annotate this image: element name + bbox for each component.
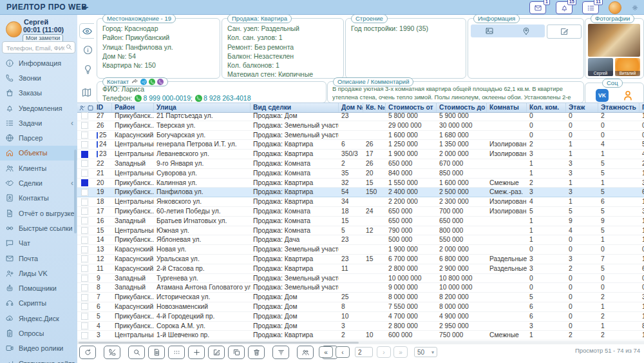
column-header[interactable]: Этаж: [566, 103, 598, 112]
table-row[interactable]: 6КарасунскийНовознаменскийПродажа: Дом87…: [77, 302, 644, 312]
notifications-button[interactable]: 15: [556, 1, 573, 14]
map-tab[interactable]: [79, 85, 93, 99]
column-header[interactable]: Стоимость от: [386, 103, 437, 112]
next-page-button[interactable]: ›: [377, 346, 391, 358]
column-header[interactable]: Дом №: [339, 103, 363, 112]
share-icon[interactable]: [131, 78, 138, 85]
row-checkbox[interactable]: [81, 265, 88, 272]
table-row[interactable]: 8ЗападныйАтамана Антона Головатого ул.Пр…: [77, 283, 644, 293]
sidebar-item-leadvk[interactable]: Лиды VK: [0, 266, 77, 280]
sidebar-item-users[interactable]: Клиенты: [0, 161, 77, 175]
row-checkbox[interactable]: [81, 275, 88, 282]
column-header[interactable]: Улица: [154, 103, 251, 112]
column-header[interactable]: Стоимость до: [437, 103, 487, 112]
prev-page-button[interactable]: ‹: [336, 346, 350, 358]
vk-icon[interactable]: VK: [596, 89, 609, 102]
column-header[interactable]: Кв. №: [363, 103, 386, 112]
phone-link[interactable]: 8 999 000-0019: [143, 94, 191, 102]
photo-main[interactable]: [588, 24, 640, 57]
sidebar-item-helpers[interactable]: Помощники: [0, 280, 77, 295]
row-checkbox[interactable]: [81, 179, 88, 186]
table-row[interactable]: 15ЦентральныйЮжная ул.Продажа: Комната51…: [77, 226, 644, 236]
sidebar-item-tasks[interactable]: Задачи‹: [0, 115, 77, 130]
sidebar-search-input[interactable]: [5, 43, 66, 53]
tasks-button[interactable]: 11: [582, 1, 599, 14]
row-checkbox[interactable]: [81, 255, 88, 262]
odnoklassniki-icon[interactable]: [621, 89, 634, 102]
add-button[interactable]: [188, 346, 205, 359]
table-row[interactable]: 22Западный9-го Января ул.Продажа: Комнат…: [77, 159, 644, 169]
eye-tab[interactable]: [79, 23, 94, 39]
row-checkbox[interactable]: [81, 237, 88, 244]
table-row[interactable]: 18ЦентральныйЯнковского ул.Продажа: Квар…: [77, 197, 644, 207]
row-checkbox[interactable]: [81, 170, 88, 177]
document-button[interactable]: [148, 346, 165, 359]
sidebar-item-deal[interactable]: Сделки‹: [0, 175, 77, 190]
sidebar-item-stats[interactable]: Статистика сайта: [0, 356, 77, 363]
copy-button[interactable]: [228, 346, 245, 359]
sidebar-item-report[interactable]: Отчёт о выгрузке: [0, 206, 77, 221]
sidebar-item-info[interactable]: Информация: [0, 55, 77, 70]
table-row[interactable]: 4Прикубанск..Сорока А.М. ул.Продажа: Дом…: [77, 322, 644, 331]
delete-button[interactable]: [248, 346, 265, 359]
row-checkbox[interactable]: [81, 112, 88, 119]
sidebar-item-phone[interactable]: Звонки: [0, 70, 77, 85]
table-row[interactable]: 21ЦентральныйСуворова ул.Продажа: Комнат…: [77, 169, 644, 179]
row-checkbox[interactable]: [81, 160, 88, 167]
first-page-button[interactable]: «: [319, 346, 333, 358]
idea-tab[interactable]: [80, 62, 95, 76]
search-button[interactable]: [128, 346, 145, 359]
column-header[interactable]: П: [639, 103, 644, 112]
table-row[interactable]: 14Прикубанск..Яблоневая ул.Продажа: Дача…: [77, 235, 644, 245]
column-header[interactable]: Кол. ком.: [527, 103, 566, 112]
row-checkbox[interactable]: [81, 303, 88, 310]
table-row[interactable]: 26Прикубанск..Тверская ул.Продажа: Земел…: [77, 121, 644, 131]
sidebar-scrollbar[interactable]: [74, 150, 77, 233]
row-checkbox[interactable]: [81, 122, 88, 129]
info-tab[interactable]: [80, 43, 95, 57]
horizontal-scrollbar[interactable]: [77, 341, 644, 344]
page-input[interactable]: [355, 347, 373, 357]
whatsapp-icon[interactable]: [135, 95, 142, 102]
row-checkbox[interactable]: [81, 132, 88, 139]
table-row[interactable]: 13КарасунскийНовая ул.Продажа: Земельный…: [77, 245, 644, 255]
filter-button[interactable]: [272, 346, 289, 359]
scrollbar-thumb[interactable]: [79, 342, 359, 344]
clients-button[interactable]: [297, 346, 314, 359]
row-checkbox[interactable]: [81, 284, 88, 291]
table-row[interactable]: 11Карасунский2-й Стасова пр.Продажа: Ква…: [77, 264, 644, 274]
grid-button[interactable]: [168, 346, 185, 359]
table-row[interactable]: 5Прикубанск..4-й Городецкий пр.Продажа: …: [77, 312, 644, 322]
table-row[interactable]: 20Прикубанск..Калинная ул.Продажа: Кварт…: [77, 179, 644, 188]
whatsapp-icon[interactable]: [149, 79, 155, 85]
sidebar-item-video[interactable]: Видео ролики: [0, 341, 77, 356]
viber-icon[interactable]: [157, 79, 164, 85]
table-row[interactable]: 12КарасунскийУральская ул.Продажа: Кварт…: [77, 255, 644, 264]
table-row[interactable]: 17Прикубанск..60-летия Победы ул.Продажа…: [77, 207, 644, 217]
table-row[interactable]: 9ЗападныйТургенева ул.Продажа: Земельный…: [77, 274, 644, 284]
table-row[interactable]: 27Прикубанск..21 Партсъезда ул.Продажа: …: [77, 112, 644, 121]
refresh-button[interactable]: [79, 346, 96, 359]
table-row[interactable]: 19Прикубанск..Панфилова ул.Продажа: Квар…: [77, 188, 644, 197]
mail-button[interactable]: 1: [529, 1, 546, 14]
row-checkbox[interactable]: [81, 313, 88, 320]
page-size-select[interactable]: 50▾: [414, 347, 437, 357]
table-row[interactable]: 7Прикубанск..Историческая ул.Продажа: До…: [77, 293, 644, 302]
sidebar-item-bell[interactable]: Уведомления: [0, 101, 77, 115]
table-row[interactable]: 24Центральныйгенерала Петрова И.Т. ул.Пр…: [77, 140, 644, 150]
table-row[interactable]: 3Центральный1-й Шевченко пр.Продажа: Ква…: [77, 331, 644, 340]
sidebar-item-scripts[interactable]: Скрипты: [0, 296, 77, 311]
photos-view-tab[interactable]: [471, 26, 508, 35]
sidebar-item-disk[interactable]: Яндекс.Диск: [0, 311, 77, 326]
telegram-icon[interactable]: [140, 79, 147, 85]
column-header[interactable]: Район: [112, 103, 154, 112]
last-page-button[interactable]: »: [393, 346, 408, 358]
sidebar-item-chat[interactable]: Чат: [0, 236, 77, 251]
settings-gear-icon[interactable]: [631, 4, 639, 12]
row-checkbox[interactable]: [81, 208, 88, 215]
whatsapp-icon[interactable]: [195, 95, 202, 102]
sidebar-item-globe[interactable]: Парсер: [0, 130, 77, 145]
collapse-sidebar-icon[interactable]: ⇤: [82, 0, 88, 14]
phone-link[interactable]: 8 928 263-4018: [204, 94, 251, 102]
row-checkbox[interactable]: [81, 189, 88, 196]
